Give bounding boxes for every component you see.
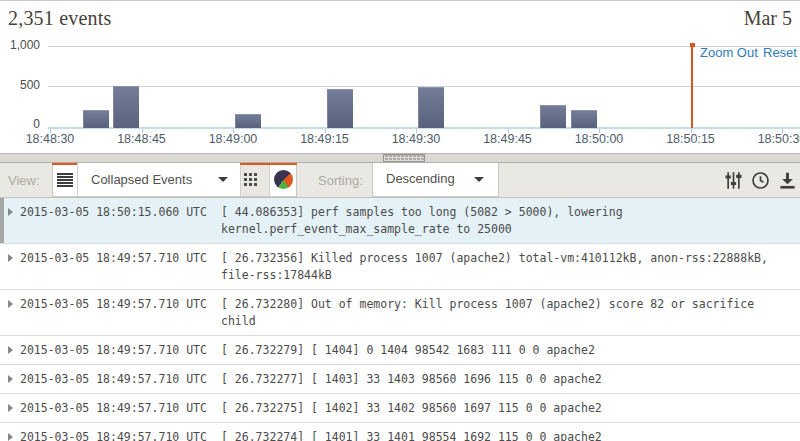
event-row[interactable]: 2015-03-05 18:49:57.710 UTC[ 26.732277] … [0,365,800,394]
splitter-grip-handle[interactable] [383,154,425,162]
log-viewer-page: { "colors": { "accent_orange": "#e2571f"… [0,0,800,441]
event-row[interactable]: 2015-03-05 18:49:57.710 UTC[ 26.732274] … [0,423,800,441]
x-axis-tick-label: 18:48:45 [107,132,177,146]
panel-splitter[interactable] [0,153,800,163]
x-axis-tick-label: 18:49:15 [290,132,360,146]
y-axis-tick-label: 0 [0,117,40,131]
download-icon[interactable] [778,171,797,190]
x-axis-tick-label: 18:50:15 [656,132,726,146]
pie-chart-icon [274,170,293,189]
y-axis-tick-label: 1,000 [0,38,40,52]
histogram-bar[interactable] [571,110,597,128]
events-toolbar: View: Collapsed Events Sorting: Descendi… [0,163,800,198]
grid-icon [244,173,247,176]
event-row[interactable]: 2015-03-05 18:49:57.710 UTC[ 26.732280] … [0,290,800,336]
event-message: [ 26.732277] [ 1403] 33 1403 98560 1696 … [221,371,781,388]
zoom-out-link[interactable]: Zoom Out [700,45,758,60]
event-histogram[interactable]: 1,000 500 0 18:48:3018:48:4518:49:0018:4… [0,36,800,153]
event-timestamp: 2015-03-05 18:49:57.710 UTC [20,400,208,417]
event-message: [ 26.732279] [ 1404] 0 1404 98542 1683 1… [221,342,781,359]
sliders-icon[interactable] [724,171,743,190]
gridline-1000 [48,46,800,47]
clock-icon[interactable] [751,171,770,190]
chevron-down-icon [218,177,228,182]
view-mode-value: Collapsed Events [78,172,192,187]
histogram-bar[interactable] [235,114,261,128]
chevron-down-icon [474,177,484,182]
y-axis-tick-label: 500 [0,78,40,92]
view-mode-dropdown[interactable]: Collapsed Events [77,163,240,196]
histogram-bar[interactable] [327,89,353,128]
sorting-dropdown[interactable]: Descending [372,163,499,197]
event-timestamp: 2015-03-05 18:50:15.060 UTC [20,204,208,221]
list-view-button[interactable] [53,163,77,196]
expand-arrow-icon[interactable] [8,404,13,412]
event-message: [ 26.732356] Killed process 1007 (apache… [221,250,781,284]
list-icon [57,173,73,187]
expand-arrow-icon[interactable] [8,208,13,216]
event-timestamp: 2015-03-05 18:49:57.710 UTC [20,296,208,313]
histogram-bar[interactable] [113,86,139,128]
event-row[interactable]: 2015-03-05 18:50:15.060 UTC[ 44.086353] … [0,198,800,244]
sorting-value: Descending [373,171,455,186]
grid-view-button[interactable] [240,163,269,196]
x-axis-tick-label: 18:50:00 [564,132,634,146]
sorting-label: Sorting: [318,173,363,188]
event-row[interactable]: 2015-03-05 18:49:57.710 UTC[ 26.732279] … [0,336,800,365]
expand-arrow-icon[interactable] [8,254,13,262]
events-count-title: 2,351 events [8,7,112,30]
event-message: [ 26.732280] Out of memory: Kill process… [221,296,781,330]
event-row[interactable]: 2015-03-05 18:49:57.710 UTC[ 26.732356] … [0,244,800,290]
histogram-bar[interactable] [83,110,109,128]
x-axis-tick-label: 18:49:00 [198,132,268,146]
histogram-bar[interactable] [540,105,566,128]
expand-arrow-icon[interactable] [8,375,13,383]
reset-link[interactable]: Reset [763,45,797,60]
event-timestamp: 2015-03-05 18:49:57.710 UTC [20,429,208,441]
event-timestamp: 2015-03-05 18:49:57.710 UTC [20,371,208,388]
event-message: [ 44.086353] perf samples too long (5082… [221,204,781,238]
histogram-bar[interactable] [418,87,444,128]
event-timestamp: 2015-03-05 18:49:57.710 UTC [20,250,208,267]
event-message: [ 26.732274] [ 1401] 33 1401 98554 1692 … [221,429,781,441]
toolbar-right-icons [724,171,797,190]
view-button-group: Collapsed Events [52,163,297,197]
event-message: [ 26.732275] [ 1402] 33 1402 98560 1697 … [221,400,781,417]
expand-arrow-icon[interactable] [8,433,13,441]
view-label: View: [8,173,40,188]
x-axis-tick-label: 18:48:30 [15,132,85,146]
x-axis-tick-label: 18:50:30 [747,132,800,146]
date-label: Mar 5 [744,7,792,30]
event-list: 2015-03-05 18:50:15.060 UTC[ 44.086353] … [0,198,800,441]
x-axis-tick-label: 18:49:30 [381,132,451,146]
x-axis-tick-label: 18:49:45 [473,132,543,146]
expand-arrow-icon[interactable] [8,346,13,354]
time-selection-marker[interactable] [691,43,693,128]
event-row[interactable]: 2015-03-05 18:49:57.710 UTC[ 26.732275] … [0,394,800,423]
time-selection-marker-cap [690,43,695,47]
expand-arrow-icon[interactable] [8,300,13,308]
event-timestamp: 2015-03-05 18:49:57.710 UTC [20,342,208,359]
chart-view-button[interactable] [269,163,296,196]
